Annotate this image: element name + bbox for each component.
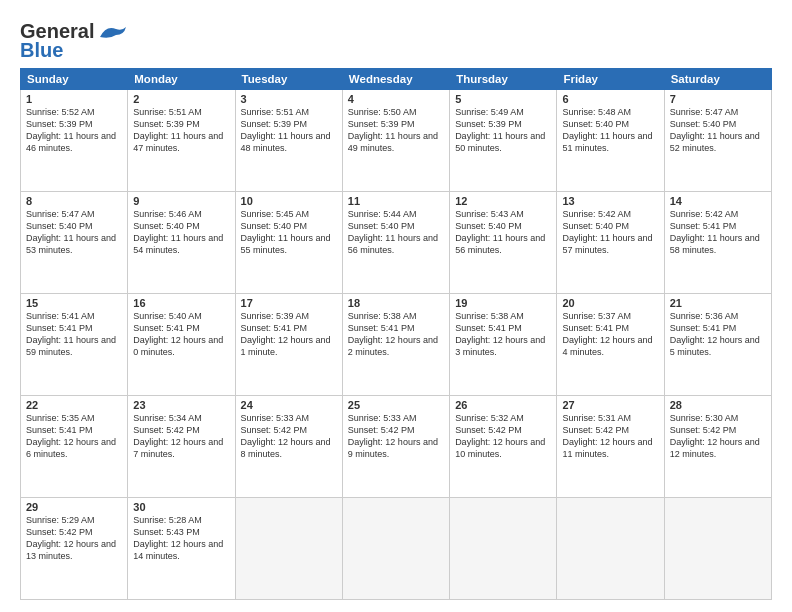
day-info: Sunrise: 5:39 AMSunset: 5:41 PMDaylight:… bbox=[241, 310, 337, 359]
calendar-day-cell: 7Sunrise: 5:47 AMSunset: 5:40 PMDaylight… bbox=[664, 90, 771, 192]
day-number: 14 bbox=[670, 195, 766, 207]
day-number: 22 bbox=[26, 399, 122, 411]
day-info: Sunrise: 5:42 AMSunset: 5:40 PMDaylight:… bbox=[562, 208, 658, 257]
day-info: Sunrise: 5:50 AMSunset: 5:39 PMDaylight:… bbox=[348, 106, 444, 155]
day-info: Sunrise: 5:36 AMSunset: 5:41 PMDaylight:… bbox=[670, 310, 766, 359]
calendar-week-row: 22Sunrise: 5:35 AMSunset: 5:41 PMDayligh… bbox=[21, 396, 772, 498]
day-info: Sunrise: 5:34 AMSunset: 5:42 PMDaylight:… bbox=[133, 412, 229, 461]
day-info: Sunrise: 5:51 AMSunset: 5:39 PMDaylight:… bbox=[133, 106, 229, 155]
header: General Blue bbox=[20, 16, 772, 62]
day-number: 2 bbox=[133, 93, 229, 105]
calendar-day-cell: 5Sunrise: 5:49 AMSunset: 5:39 PMDaylight… bbox=[450, 90, 557, 192]
day-info: Sunrise: 5:37 AMSunset: 5:41 PMDaylight:… bbox=[562, 310, 658, 359]
day-info: Sunrise: 5:48 AMSunset: 5:40 PMDaylight:… bbox=[562, 106, 658, 155]
day-number: 30 bbox=[133, 501, 229, 513]
calendar-header-saturday: Saturday bbox=[664, 69, 771, 90]
calendar-day-cell: 21Sunrise: 5:36 AMSunset: 5:41 PMDayligh… bbox=[664, 294, 771, 396]
calendar-day-cell bbox=[664, 498, 771, 600]
calendar-day-cell: 29Sunrise: 5:29 AMSunset: 5:42 PMDayligh… bbox=[21, 498, 128, 600]
calendar-day-cell bbox=[342, 498, 449, 600]
calendar-day-cell: 15Sunrise: 5:41 AMSunset: 5:41 PMDayligh… bbox=[21, 294, 128, 396]
day-info: Sunrise: 5:41 AMSunset: 5:41 PMDaylight:… bbox=[26, 310, 122, 359]
day-number: 26 bbox=[455, 399, 551, 411]
day-info: Sunrise: 5:33 AMSunset: 5:42 PMDaylight:… bbox=[348, 412, 444, 461]
day-info: Sunrise: 5:47 AMSunset: 5:40 PMDaylight:… bbox=[670, 106, 766, 155]
calendar-header-wednesday: Wednesday bbox=[342, 69, 449, 90]
calendar-header-thursday: Thursday bbox=[450, 69, 557, 90]
calendar-day-cell: 18Sunrise: 5:38 AMSunset: 5:41 PMDayligh… bbox=[342, 294, 449, 396]
calendar-day-cell: 16Sunrise: 5:40 AMSunset: 5:41 PMDayligh… bbox=[128, 294, 235, 396]
calendar-day-cell: 11Sunrise: 5:44 AMSunset: 5:40 PMDayligh… bbox=[342, 192, 449, 294]
day-info: Sunrise: 5:40 AMSunset: 5:41 PMDaylight:… bbox=[133, 310, 229, 359]
day-info: Sunrise: 5:30 AMSunset: 5:42 PMDaylight:… bbox=[670, 412, 766, 461]
day-number: 24 bbox=[241, 399, 337, 411]
day-number: 10 bbox=[241, 195, 337, 207]
calendar-day-cell: 6Sunrise: 5:48 AMSunset: 5:40 PMDaylight… bbox=[557, 90, 664, 192]
day-number: 7 bbox=[670, 93, 766, 105]
calendar-day-cell: 22Sunrise: 5:35 AMSunset: 5:41 PMDayligh… bbox=[21, 396, 128, 498]
day-number: 11 bbox=[348, 195, 444, 207]
calendar-day-cell: 2Sunrise: 5:51 AMSunset: 5:39 PMDaylight… bbox=[128, 90, 235, 192]
calendar-day-cell: 27Sunrise: 5:31 AMSunset: 5:42 PMDayligh… bbox=[557, 396, 664, 498]
day-info: Sunrise: 5:45 AMSunset: 5:40 PMDaylight:… bbox=[241, 208, 337, 257]
day-number: 15 bbox=[26, 297, 122, 309]
day-number: 3 bbox=[241, 93, 337, 105]
day-info: Sunrise: 5:49 AMSunset: 5:39 PMDaylight:… bbox=[455, 106, 551, 155]
day-number: 12 bbox=[455, 195, 551, 207]
calendar-day-cell: 30Sunrise: 5:28 AMSunset: 5:43 PMDayligh… bbox=[128, 498, 235, 600]
calendar-header-row: SundayMondayTuesdayWednesdayThursdayFrid… bbox=[21, 69, 772, 90]
day-number: 23 bbox=[133, 399, 229, 411]
logo: General Blue bbox=[20, 20, 128, 62]
calendar-day-cell: 19Sunrise: 5:38 AMSunset: 5:41 PMDayligh… bbox=[450, 294, 557, 396]
calendar-day-cell bbox=[450, 498, 557, 600]
day-number: 1 bbox=[26, 93, 122, 105]
day-info: Sunrise: 5:35 AMSunset: 5:41 PMDaylight:… bbox=[26, 412, 122, 461]
calendar-day-cell: 14Sunrise: 5:42 AMSunset: 5:41 PMDayligh… bbox=[664, 192, 771, 294]
day-number: 5 bbox=[455, 93, 551, 105]
calendar-day-cell: 8Sunrise: 5:47 AMSunset: 5:40 PMDaylight… bbox=[21, 192, 128, 294]
day-info: Sunrise: 5:29 AMSunset: 5:42 PMDaylight:… bbox=[26, 514, 122, 563]
day-number: 4 bbox=[348, 93, 444, 105]
logo-blue: Blue bbox=[20, 39, 63, 62]
calendar-day-cell: 17Sunrise: 5:39 AMSunset: 5:41 PMDayligh… bbox=[235, 294, 342, 396]
day-number: 9 bbox=[133, 195, 229, 207]
day-info: Sunrise: 5:42 AMSunset: 5:41 PMDaylight:… bbox=[670, 208, 766, 257]
calendar-day-cell: 26Sunrise: 5:32 AMSunset: 5:42 PMDayligh… bbox=[450, 396, 557, 498]
day-info: Sunrise: 5:47 AMSunset: 5:40 PMDaylight:… bbox=[26, 208, 122, 257]
day-number: 18 bbox=[348, 297, 444, 309]
calendar-day-cell: 20Sunrise: 5:37 AMSunset: 5:41 PMDayligh… bbox=[557, 294, 664, 396]
calendar-week-row: 1Sunrise: 5:52 AMSunset: 5:39 PMDaylight… bbox=[21, 90, 772, 192]
day-info: Sunrise: 5:52 AMSunset: 5:39 PMDaylight:… bbox=[26, 106, 122, 155]
day-number: 27 bbox=[562, 399, 658, 411]
day-info: Sunrise: 5:38 AMSunset: 5:41 PMDaylight:… bbox=[455, 310, 551, 359]
day-number: 13 bbox=[562, 195, 658, 207]
calendar-day-cell: 4Sunrise: 5:50 AMSunset: 5:39 PMDaylight… bbox=[342, 90, 449, 192]
calendar-table: SundayMondayTuesdayWednesdayThursdayFrid… bbox=[20, 68, 772, 600]
day-number: 19 bbox=[455, 297, 551, 309]
calendar-week-row: 15Sunrise: 5:41 AMSunset: 5:41 PMDayligh… bbox=[21, 294, 772, 396]
calendar-week-row: 8Sunrise: 5:47 AMSunset: 5:40 PMDaylight… bbox=[21, 192, 772, 294]
day-info: Sunrise: 5:33 AMSunset: 5:42 PMDaylight:… bbox=[241, 412, 337, 461]
day-info: Sunrise: 5:32 AMSunset: 5:42 PMDaylight:… bbox=[455, 412, 551, 461]
calendar-day-cell: 24Sunrise: 5:33 AMSunset: 5:42 PMDayligh… bbox=[235, 396, 342, 498]
day-info: Sunrise: 5:28 AMSunset: 5:43 PMDaylight:… bbox=[133, 514, 229, 563]
logo-bird-icon bbox=[96, 21, 128, 43]
calendar-day-cell bbox=[557, 498, 664, 600]
calendar-header-monday: Monday bbox=[128, 69, 235, 90]
calendar-day-cell: 13Sunrise: 5:42 AMSunset: 5:40 PMDayligh… bbox=[557, 192, 664, 294]
calendar-header-sunday: Sunday bbox=[21, 69, 128, 90]
day-info: Sunrise: 5:46 AMSunset: 5:40 PMDaylight:… bbox=[133, 208, 229, 257]
day-number: 8 bbox=[26, 195, 122, 207]
calendar-day-cell: 12Sunrise: 5:43 AMSunset: 5:40 PMDayligh… bbox=[450, 192, 557, 294]
calendar-day-cell: 25Sunrise: 5:33 AMSunset: 5:42 PMDayligh… bbox=[342, 396, 449, 498]
page: General Blue SundayMondayTuesdayWednesda… bbox=[0, 0, 792, 612]
day-number: 6 bbox=[562, 93, 658, 105]
day-number: 29 bbox=[26, 501, 122, 513]
day-number: 17 bbox=[241, 297, 337, 309]
day-number: 28 bbox=[670, 399, 766, 411]
day-number: 25 bbox=[348, 399, 444, 411]
calendar-week-row: 29Sunrise: 5:29 AMSunset: 5:42 PMDayligh… bbox=[21, 498, 772, 600]
day-info: Sunrise: 5:43 AMSunset: 5:40 PMDaylight:… bbox=[455, 208, 551, 257]
calendar-day-cell bbox=[235, 498, 342, 600]
calendar-day-cell: 1Sunrise: 5:52 AMSunset: 5:39 PMDaylight… bbox=[21, 90, 128, 192]
